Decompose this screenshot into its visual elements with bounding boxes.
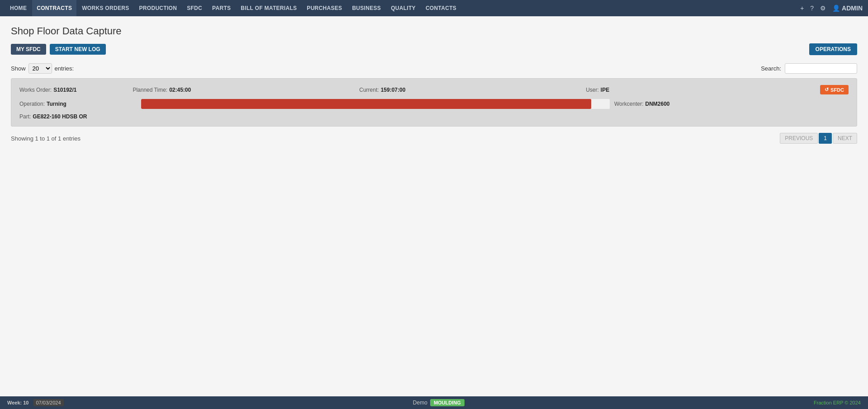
brand-label: Fraction ERP xyxy=(814,400,843,405)
demo-label: Demo xyxy=(413,400,427,406)
data-card: Works Order: S10192/1 Planned Time: 02:4… xyxy=(11,78,857,127)
part-label: Part: xyxy=(19,113,31,120)
show-label: Show xyxy=(11,65,26,72)
sfdc-icon: ↺ xyxy=(825,87,829,93)
nav-contacts[interactable]: CONTACTS xyxy=(421,0,461,16)
footer: Week: 10 07/03/2024 Demo MOULDING Fracti… xyxy=(0,396,868,409)
progress-bar-container xyxy=(141,99,610,109)
nav-contracts[interactable]: CONTRACTS xyxy=(32,0,76,16)
pagination-info: Showing 1 to 1 of 1 entries xyxy=(11,135,81,142)
workcenter-label: Workcenter: xyxy=(614,101,643,107)
moulding-badge: MOULDING xyxy=(430,399,465,406)
main-content: Shop Floor Data Capture MY SFDC START NE… xyxy=(0,16,868,396)
card-row-2: Operation: Turning Workcenter: DNM2600 xyxy=(19,99,849,109)
settings-icon[interactable]: ⚙ xyxy=(820,5,826,12)
works-order-label: Works Order: xyxy=(19,87,52,93)
nav-quality[interactable]: QUALITY xyxy=(386,0,420,16)
navbar-right: + ? ⚙ 👤 ADMIN xyxy=(800,5,863,12)
operation-field: Operation: Turning xyxy=(19,101,137,107)
nav-bill-of-materials[interactable]: BILL OF MATERIALS xyxy=(236,0,301,16)
footer-date: 07/03/2024 xyxy=(33,399,64,406)
part-field: Part: GE822-160 HDSB OR xyxy=(19,113,849,120)
nav-production[interactable]: PRODUCTION xyxy=(135,0,182,16)
user-icon: 👤 xyxy=(832,5,840,12)
prev-button[interactable]: PREVIOUS xyxy=(780,133,818,144)
my-sfdc-button[interactable]: MY SFDC xyxy=(11,44,46,55)
operation-label: Operation: xyxy=(19,101,45,107)
current-field: Current: 159:07:00 xyxy=(359,87,586,93)
operations-button[interactable]: OPERATIONS xyxy=(809,43,857,55)
footer-week: Week: 10 xyxy=(7,400,29,405)
navbar: HOME CONTRACTS WORKS ORDERS PRODUCTION S… xyxy=(0,0,868,16)
show-entries: Show 20 10 50 100 entries: xyxy=(11,63,74,74)
part-value: GE822-160 HDSB OR xyxy=(33,113,87,120)
footer-right: Fraction ERP © 2024 xyxy=(814,400,861,405)
nav-sfdc[interactable]: SFDC xyxy=(182,0,207,16)
workcenter-field: Workcenter: DNM2600 xyxy=(614,101,849,107)
sfdc-label: SFDC xyxy=(830,87,844,93)
nav-purchases[interactable]: PURCHASES xyxy=(302,0,346,16)
pagination-area: Showing 1 to 1 of 1 entries PREVIOUS 1 N… xyxy=(11,133,857,144)
plus-icon[interactable]: + xyxy=(800,5,804,12)
footer-center: Demo MOULDING xyxy=(413,399,465,406)
entries-label: entries: xyxy=(55,65,74,72)
card-row-1: Works Order: S10192/1 Planned Time: 02:4… xyxy=(19,85,849,94)
nav-home[interactable]: HOME xyxy=(5,0,31,16)
current-label: Current: xyxy=(359,87,379,93)
footer-left: Week: 10 07/03/2024 xyxy=(7,399,64,406)
user-label: User: xyxy=(586,87,599,93)
user-field: User: IPE xyxy=(586,87,812,93)
nav-business[interactable]: BUSINESS xyxy=(347,0,385,16)
page-title: Shop Floor Data Capture xyxy=(11,25,857,37)
pagination-buttons: PREVIOUS 1 NEXT xyxy=(780,133,857,144)
works-order-field: Works Order: S10192/1 xyxy=(19,87,133,93)
start-new-log-button[interactable]: START NEW LOG xyxy=(50,44,106,55)
search-box: Search: xyxy=(761,63,857,74)
user-value: IPE xyxy=(601,87,609,93)
operation-value: Turning xyxy=(47,101,66,107)
search-label: Search: xyxy=(761,65,781,72)
progress-bar-fill xyxy=(141,99,591,109)
planned-time-label: Planned Time: xyxy=(133,87,167,93)
copyright-label: © 2024 xyxy=(844,400,861,405)
nav-works-orders[interactable]: WORKS ORDERS xyxy=(77,0,133,16)
sfdc-action: ↺ SFDC xyxy=(812,85,849,94)
workcenter-value: DNM2600 xyxy=(645,101,669,107)
nav-items: HOME CONTRACTS WORKS ORDERS PRODUCTION S… xyxy=(5,0,800,16)
page-1-button[interactable]: 1 xyxy=(819,133,832,144)
help-icon[interactable]: ? xyxy=(810,5,814,12)
planned-time-field: Planned Time: 02:45:00 xyxy=(133,87,359,93)
next-button[interactable]: NEXT xyxy=(833,133,857,144)
current-value: 159:07:00 xyxy=(381,87,406,93)
table-controls: Show 20 10 50 100 entries: Search: xyxy=(11,63,857,74)
card-row-3: Part: GE822-160 HDSB OR xyxy=(19,113,849,120)
works-order-value: S10192/1 xyxy=(53,87,76,93)
toolbar-right: OPERATIONS xyxy=(809,43,857,55)
sfdc-button[interactable]: ↺ SFDC xyxy=(820,85,849,94)
toolbar-left: MY SFDC START NEW LOG xyxy=(11,44,106,55)
planned-time-value: 02:45:00 xyxy=(169,87,191,93)
user-menu[interactable]: 👤 ADMIN xyxy=(832,5,863,12)
nav-parts[interactable]: PARTS xyxy=(208,0,235,16)
username-label: ADMIN xyxy=(842,5,863,12)
search-input[interactable] xyxy=(785,63,857,74)
entries-select[interactable]: 20 10 50 100 xyxy=(28,63,52,74)
toolbar: MY SFDC START NEW LOG OPERATIONS xyxy=(11,43,857,55)
